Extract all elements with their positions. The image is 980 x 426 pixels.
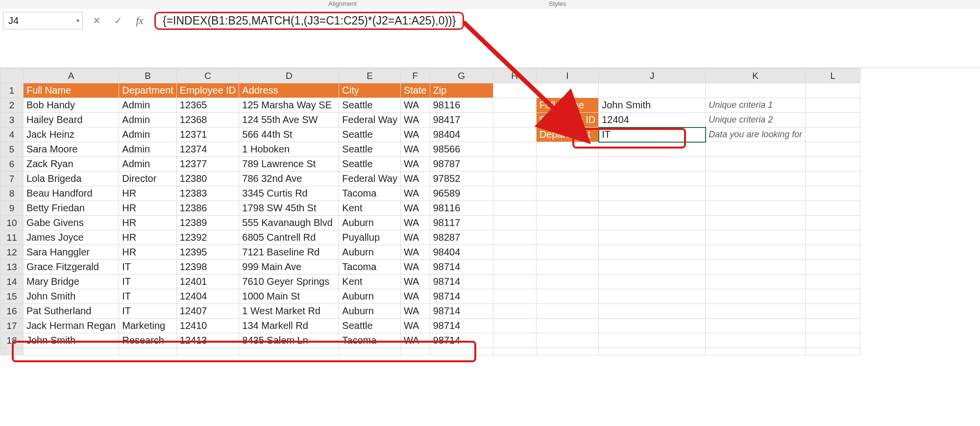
row-header-3[interactable]: 3 xyxy=(0,113,24,127)
cell-K1[interactable] xyxy=(706,83,806,98)
cell-L1[interactable] xyxy=(806,83,860,98)
row-header-8[interactable]: 8 xyxy=(0,186,24,201)
lookup-value-dept[interactable]: IT xyxy=(599,127,706,142)
name-box[interactable]: J4 ▾ xyxy=(3,12,83,29)
col-header-J[interactable]: J xyxy=(599,69,706,83)
row-header-16[interactable]: 16 xyxy=(0,304,24,319)
row-header-18[interactable]: 18 xyxy=(0,333,24,348)
spreadsheet-grid[interactable]: A B C D E F G H I J K L 1 Full Name Depa… xyxy=(0,68,980,355)
cell-E4[interactable]: Seattle xyxy=(339,127,401,142)
fx-label: fx xyxy=(136,15,143,27)
cell-G4[interactable]: 98404 xyxy=(430,127,493,142)
cell-H3[interactable] xyxy=(493,113,536,127)
cell-D4[interactable]: 566 44th St xyxy=(239,127,339,142)
cell-I1[interactable] xyxy=(536,83,599,98)
row-header-14[interactable]: 14 xyxy=(0,275,24,289)
cell-F4[interactable]: WA xyxy=(400,127,430,142)
row-header-10[interactable]: 10 xyxy=(0,216,24,230)
lookup-label-empid[interactable]: Employee ID xyxy=(536,113,599,127)
row-9: 9 Betty Friedan HR 12386 1798 SW 45th St… xyxy=(0,201,860,216)
ribbon-group-styles: Styles xyxy=(549,0,566,7)
cell-H2[interactable] xyxy=(493,98,536,113)
cell-H4[interactable] xyxy=(493,127,536,142)
cell-A3[interactable]: Hailey Beard xyxy=(24,113,119,127)
row-header-17[interactable]: 17 xyxy=(0,319,24,333)
formula-text: {=INDEX(B1:B25,MATCH(1,(J3=C1:C25)*(J2=A… xyxy=(163,14,456,27)
row-header-19[interactable] xyxy=(0,348,24,355)
lookup-value-fullname[interactable]: John Smith xyxy=(599,98,706,113)
row-header-7[interactable]: 7 xyxy=(0,172,24,186)
cell-H1[interactable] xyxy=(493,83,536,98)
lookup-label-dept[interactable]: Department xyxy=(536,127,599,142)
cell-D2[interactable]: 125 Marsha Way SE xyxy=(239,98,339,113)
cell-J1[interactable] xyxy=(599,83,706,98)
chevron-down-icon[interactable]: ▾ xyxy=(76,17,79,24)
cell-B5[interactable]: Admin xyxy=(119,142,177,157)
cell-B3[interactable]: Admin xyxy=(119,113,177,127)
cell-F5[interactable]: WA xyxy=(400,142,430,157)
cell-C4[interactable]: 12371 xyxy=(176,127,239,142)
insert-function-button[interactable]: fx xyxy=(129,12,150,29)
cell-A4[interactable]: Jack Heinz xyxy=(24,127,119,142)
row-5: 5 Sara Moore Admin 12374 1 Hoboken Seatt… xyxy=(0,142,860,157)
hdr-department[interactable]: Department xyxy=(119,83,177,98)
row-header-4[interactable]: 4 xyxy=(0,127,24,142)
row-header-1[interactable]: 1 xyxy=(0,83,24,98)
cell-B4[interactable]: Admin xyxy=(119,127,177,142)
row-13: 13 Grace Fitzgerald IT 12398 999 Main Av… xyxy=(0,260,860,275)
cell-L2[interactable] xyxy=(806,98,860,113)
row-header-2[interactable]: 2 xyxy=(0,98,24,113)
cell-A2[interactable]: Bob Handy xyxy=(24,98,119,113)
cell-F3[interactable]: WA xyxy=(400,113,430,127)
cell-E2[interactable]: Seattle xyxy=(339,98,401,113)
cell-C2[interactable]: 12365 xyxy=(176,98,239,113)
row-header-9[interactable]: 9 xyxy=(0,201,24,216)
col-header-F[interactable]: F xyxy=(400,69,430,83)
row-header-5[interactable]: 5 xyxy=(0,142,24,157)
formula-input[interactable]: {=INDEX(B1:B25,MATCH(1,(J3=C1:C25)*(J2=A… xyxy=(154,12,464,30)
hdr-empid[interactable]: Employee ID xyxy=(176,83,239,98)
cancel-entry-button[interactable]: ✕ xyxy=(86,12,107,29)
x-icon: ✕ xyxy=(93,15,101,26)
row-header-11[interactable]: 11 xyxy=(0,230,24,245)
row-header-15[interactable]: 15 xyxy=(0,289,24,304)
col-header-C[interactable]: C xyxy=(176,69,239,83)
col-header-L[interactable]: L xyxy=(806,69,860,83)
lookup-value-empid[interactable]: 12404 xyxy=(599,113,706,127)
cell-G5[interactable]: 98566 xyxy=(430,142,493,157)
cell-F2[interactable]: WA xyxy=(400,98,430,113)
col-header-E[interactable]: E xyxy=(339,69,401,83)
row-header-6[interactable]: 6 xyxy=(0,157,24,172)
col-header-K[interactable]: K xyxy=(706,69,806,83)
col-header-H[interactable]: H xyxy=(493,69,536,83)
row-header-12[interactable]: 12 xyxy=(0,245,24,260)
cell-D3[interactable]: 124 55th Ave SW xyxy=(239,113,339,127)
lookup-label-fullname[interactable]: Full Name xyxy=(536,98,599,113)
col-header-A[interactable]: A xyxy=(24,69,119,83)
row-2: 2 Bob Handy Admin 12365 125 Marsha Way S… xyxy=(0,98,860,113)
col-header-D[interactable]: D xyxy=(239,69,339,83)
cell-L4[interactable] xyxy=(806,127,860,142)
cell-G3[interactable]: 98417 xyxy=(430,113,493,127)
hdr-address[interactable]: Address xyxy=(239,83,339,98)
cell-C3[interactable]: 12368 xyxy=(176,113,239,127)
cell-C5[interactable]: 12374 xyxy=(176,142,239,157)
cell-E5[interactable]: Seattle xyxy=(339,142,401,157)
hdr-fullname[interactable]: Full Name xyxy=(24,83,119,98)
accept-entry-button[interactable]: ✓ xyxy=(107,12,129,29)
cell-G2[interactable]: 98116 xyxy=(430,98,493,113)
cell-A5[interactable]: Sara Moore xyxy=(24,142,119,157)
row-7: 7 Lola Brigeda Director 12380 786 32nd A… xyxy=(0,172,860,186)
col-header-B[interactable]: B xyxy=(119,69,177,83)
cell-L3[interactable] xyxy=(806,113,860,127)
col-header-I[interactable]: I xyxy=(536,69,599,83)
cell-E3[interactable]: Federal Way xyxy=(339,113,401,127)
row-header-13[interactable]: 13 xyxy=(0,260,24,275)
cell-B2[interactable]: Admin xyxy=(119,98,177,113)
hdr-city[interactable]: City xyxy=(339,83,401,98)
hdr-zip[interactable]: Zip xyxy=(430,83,493,98)
col-header-G[interactable]: G xyxy=(430,69,493,83)
select-all-corner[interactable] xyxy=(0,69,24,83)
hdr-state[interactable]: State xyxy=(400,83,430,98)
cell-D5[interactable]: 1 Hoboken xyxy=(239,142,339,157)
